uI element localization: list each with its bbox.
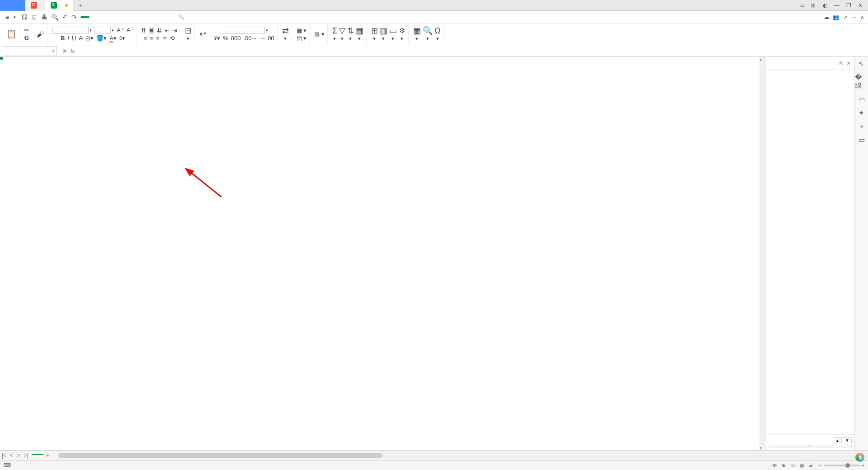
bold-icon[interactable]: B [61, 35, 65, 42]
cut-button[interactable]: ✂ [24, 27, 29, 33]
scroll-up-icon[interactable]: ▴ [760, 57, 765, 61]
font-input[interactable] [52, 27, 89, 34]
rail-read-icon[interactable]: ▭ [859, 136, 865, 144]
normal-view-icon[interactable]: ▭ [790, 462, 795, 468]
cellf-button[interactable]: ▧ ▾ [314, 31, 325, 38]
pane-close-icon[interactable]: ✕ [846, 60, 851, 66]
numfmt-combo[interactable]: ▾ [220, 27, 268, 34]
prev-sheet-icon[interactable]: < [8, 452, 15, 459]
vertical-scrollbar[interactable]: ▴▾ [760, 57, 766, 450]
align-top-icon[interactable]: ⇈ [141, 27, 146, 34]
tools-icon[interactable]: ▦ [413, 27, 421, 35]
grow-font-icon[interactable]: A⁺ [117, 27, 124, 34]
sheet-tab-1[interactable] [32, 454, 43, 457]
next-sheet-icon[interactable]: > [15, 452, 22, 459]
fill-handle[interactable] [0, 57, 3, 60]
brush-icon[interactable]: 🖌 [37, 30, 45, 38]
grid-view-icon[interactable]: ⊕ [782, 462, 786, 468]
page-view-icon[interactable]: ▤ [799, 462, 804, 468]
menu-start[interactable] [80, 16, 90, 18]
collapse-ribbon-icon[interactable]: ∧ [860, 14, 864, 20]
cancel-fx-icon[interactable]: ✕ [62, 48, 67, 54]
font-combo[interactable]: ▾ [52, 27, 92, 34]
rail-location-icon[interactable]: ⌖ [860, 122, 863, 131]
cell-icon[interactable]: ⊞ [371, 27, 378, 35]
name-box[interactable] [3, 46, 57, 56]
italic-icon[interactable]: I [67, 35, 69, 42]
strike-icon[interactable]: A̶ [79, 35, 83, 42]
zoom-out-icon[interactable]: − [819, 463, 821, 468]
last-sheet-icon[interactable]: >| [22, 452, 30, 459]
copy-button[interactable]: ⧉ [24, 34, 28, 42]
align-mid-icon[interactable]: ≡ [149, 27, 154, 34]
name-box-input[interactable] [3, 48, 57, 54]
menu-view[interactable] [146, 16, 153, 18]
rail-select-icon[interactable]: ↖ [859, 60, 864, 68]
percent-icon[interactable]: % [223, 35, 228, 42]
align-center-icon[interactable]: ≡ [150, 35, 153, 42]
tab-home[interactable] [0, 0, 25, 11]
currency-icon[interactable]: ¥▾ [214, 35, 220, 42]
align-left-icon[interactable]: ≡ [144, 35, 147, 42]
preview-icon[interactable]: 🔍 [51, 14, 59, 21]
redo-icon[interactable]: ↷ [71, 14, 77, 21]
bring-forward-button[interactable]: ▲ [833, 437, 842, 443]
save-icon[interactable]: 🖫 [21, 14, 28, 21]
sort-icon[interactable]: ⇅ [347, 27, 354, 35]
menu-review[interactable] [127, 16, 135, 18]
zoom-control[interactable]: − + [817, 463, 864, 468]
filter-icon[interactable]: ▽ [339, 27, 345, 35]
align-justify-icon[interactable]: ≣ [162, 35, 167, 42]
horizontal-scrollbar[interactable] [58, 452, 868, 459]
numfmt-input[interactable] [220, 27, 265, 34]
tab-templates[interactable] [25, 0, 45, 11]
coop-button[interactable]: 👥 [833, 14, 840, 20]
tab-workbook[interactable] [45, 0, 73, 11]
symbol-icon[interactable]: Ω [434, 27, 440, 35]
apps-icon[interactable]: ⊞ [809, 2, 817, 9]
undo-icon[interactable]: ↶ [62, 14, 68, 21]
cloud-status[interactable]: ☁ [824, 14, 829, 20]
fill-icon[interactable]: ▦ [356, 27, 363, 35]
minimize-icon[interactable]: — [833, 2, 841, 9]
save-as-icon[interactable]: 🗎 [31, 14, 38, 21]
menu-layout[interactable] [100, 16, 108, 18]
add-sheet-icon[interactable]: + [46, 452, 49, 459]
indent-inc-icon[interactable]: ⇥ [172, 27, 177, 34]
maximize-icon[interactable]: ❐ [844, 2, 853, 9]
dec-dec-icon[interactable]: ←.00 [260, 35, 274, 42]
close-icon[interactable]: ✕ [856, 2, 864, 9]
menu-newtab[interactable] [137, 16, 144, 18]
menu-vip[interactable] [164, 16, 171, 18]
shrink-font-icon[interactable]: A⁻ [127, 27, 134, 34]
paste-icon[interactable]: 📋 [6, 30, 16, 38]
first-sheet-icon[interactable]: |< [0, 452, 8, 459]
eye-icon[interactable]: 👁 [772, 463, 777, 468]
menu-formula[interactable] [109, 16, 117, 18]
menu-insert[interactable] [91, 16, 99, 18]
pane-pin-icon[interactable]: ⇱ [839, 60, 844, 66]
condf-button[interactable]: ▦ ▾ [297, 27, 307, 34]
merge-icon[interactable]: ⊟ [185, 27, 192, 35]
freeze-icon[interactable]: ❄ [399, 27, 406, 35]
zoom-in-icon[interactable]: + [862, 463, 864, 468]
tablef-button[interactable]: ▤ ▾ [297, 35, 307, 42]
indent-dec-icon[interactable]: ⇤ [165, 27, 170, 34]
input-mode-icon[interactable]: ⌨ [4, 462, 11, 468]
hide-all-button[interactable] [811, 445, 852, 447]
rail-style-icon[interactable]: �線 [855, 73, 868, 90]
fill-color-icon[interactable]: 🪣▾ [96, 35, 107, 42]
ws-icon[interactable]: ▭ [389, 27, 397, 35]
wrap-icon[interactable]: ↩ [199, 30, 206, 38]
rowcol-icon[interactable]: ▥ [380, 27, 387, 35]
dec-inc-icon[interactable]: .00→ [243, 35, 257, 42]
send-backward-button[interactable]: ▼ [843, 437, 852, 443]
sum-icon[interactable]: Σ [332, 27, 337, 35]
formula-input[interactable] [80, 48, 868, 54]
file-menu[interactable]: ▾ [4, 13, 18, 22]
align-right-icon[interactable]: ≡ [156, 35, 160, 42]
underline-icon[interactable]: U [72, 35, 76, 42]
break-view-icon[interactable]: ⊟ [808, 462, 812, 468]
command-search[interactable] [178, 14, 186, 20]
layout-icon[interactable]: ▭ [797, 2, 806, 9]
